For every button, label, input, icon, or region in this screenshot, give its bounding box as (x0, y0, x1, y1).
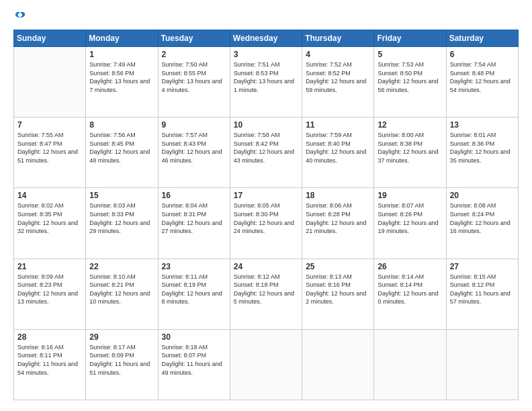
calendar-week-4: 21Sunrise: 8:09 AMSunset: 8:23 PMDayligh… (14, 259, 519, 329)
day-info: Sunrise: 8:07 AMSunset: 8:26 PMDaylight:… (378, 201, 442, 235)
day-number: 23 (162, 262, 226, 271)
day-number: 29 (89, 332, 154, 342)
logo-bird-icon (14, 11, 26, 23)
calendar-cell (374, 329, 446, 400)
day-info: Sunrise: 7:58 AMSunset: 8:42 PMDaylight:… (234, 131, 298, 165)
calendar-cell: 29Sunrise: 8:17 AMSunset: 8:09 PMDayligh… (86, 329, 158, 400)
day-info: Sunrise: 8:05 AMSunset: 8:30 PMDaylight:… (234, 201, 298, 235)
calendar-cell: 12Sunrise: 8:00 AMSunset: 8:38 PMDayligh… (374, 118, 446, 188)
calendar-week-2: 7Sunrise: 7:55 AMSunset: 8:47 PMDaylight… (14, 118, 519, 188)
day-number: 16 (162, 191, 226, 200)
calendar-cell (230, 329, 302, 400)
calendar-cell: 22Sunrise: 8:10 AMSunset: 8:21 PMDayligh… (86, 259, 158, 329)
day-info: Sunrise: 8:10 AMSunset: 8:21 PMDaylight:… (89, 273, 154, 306)
calendar-cell: 20Sunrise: 8:08 AMSunset: 8:24 PMDayligh… (446, 188, 518, 259)
day-info: Sunrise: 7:49 AMSunset: 8:56 PMDaylight:… (89, 60, 154, 94)
day-number: 27 (450, 262, 515, 271)
day-info: Sunrise: 8:14 AMSunset: 8:14 PMDaylight:… (378, 273, 442, 306)
day-number: 8 (89, 120, 154, 130)
calendar-week-5: 28Sunrise: 8:16 AMSunset: 8:11 PMDayligh… (14, 329, 519, 400)
calendar-cell: 6Sunrise: 7:54 AMSunset: 8:48 PMDaylight… (446, 47, 518, 118)
calendar-cell: 19Sunrise: 8:07 AMSunset: 8:26 PMDayligh… (374, 188, 446, 259)
day-info: Sunrise: 8:01 AMSunset: 8:36 PMDaylight:… (450, 131, 515, 165)
day-number: 28 (17, 332, 82, 342)
day-number: 6 (450, 50, 515, 59)
calendar-week-1: 1Sunrise: 7:49 AMSunset: 8:56 PMDaylight… (14, 47, 519, 118)
calendar-cell: 16Sunrise: 8:04 AMSunset: 8:31 PMDayligh… (158, 188, 230, 259)
calendar-cell: 25Sunrise: 8:13 AMSunset: 8:16 PMDayligh… (302, 259, 374, 329)
calendar-cell: 26Sunrise: 8:14 AMSunset: 8:14 PMDayligh… (374, 259, 446, 329)
day-info: Sunrise: 7:55 AMSunset: 8:47 PMDaylight:… (17, 131, 82, 165)
calendar-cell: 3Sunrise: 7:51 AMSunset: 8:53 PMDaylight… (230, 47, 302, 118)
weekday-header-sunday: Sunday (14, 30, 86, 47)
day-number: 19 (378, 191, 442, 200)
day-info: Sunrise: 8:04 AMSunset: 8:31 PMDaylight:… (162, 201, 226, 235)
day-number: 20 (450, 191, 515, 200)
day-info: Sunrise: 8:08 AMSunset: 8:24 PMDaylight:… (450, 201, 515, 235)
day-number: 30 (162, 332, 226, 342)
calendar-cell: 8Sunrise: 7:56 AMSunset: 8:45 PMDaylight… (86, 118, 158, 188)
day-number: 26 (378, 262, 442, 271)
calendar-week-3: 14Sunrise: 8:02 AMSunset: 8:35 PMDayligh… (14, 188, 519, 259)
weekday-header-friday: Friday (374, 30, 446, 47)
calendar-cell: 17Sunrise: 8:05 AMSunset: 8:30 PMDayligh… (230, 188, 302, 259)
calendar-cell: 9Sunrise: 7:57 AMSunset: 8:43 PMDaylight… (158, 118, 230, 188)
day-info: Sunrise: 8:12 AMSunset: 8:18 PMDaylight:… (234, 273, 298, 306)
day-number: 5 (378, 50, 442, 59)
calendar-cell: 30Sunrise: 8:18 AMSunset: 8:07 PMDayligh… (158, 329, 230, 400)
calendar-cell: 15Sunrise: 8:03 AMSunset: 8:33 PMDayligh… (86, 188, 158, 259)
logo (13, 11, 26, 23)
day-info: Sunrise: 7:50 AMSunset: 8:55 PMDaylight:… (162, 60, 226, 94)
calendar-cell: 2Sunrise: 7:50 AMSunset: 8:55 PMDaylight… (158, 47, 230, 118)
day-number: 25 (306, 262, 370, 271)
day-info: Sunrise: 8:16 AMSunset: 8:11 PMDaylight:… (17, 343, 82, 377)
day-number: 11 (306, 120, 370, 130)
day-info: Sunrise: 7:51 AMSunset: 8:53 PMDaylight:… (234, 60, 298, 94)
calendar-cell: 4Sunrise: 7:52 AMSunset: 8:52 PMDaylight… (302, 47, 374, 118)
day-number: 1 (89, 50, 154, 59)
calendar-cell: 21Sunrise: 8:09 AMSunset: 8:23 PMDayligh… (14, 259, 86, 329)
calendar-cell: 18Sunrise: 8:06 AMSunset: 8:28 PMDayligh… (302, 188, 374, 259)
day-info: Sunrise: 8:15 AMSunset: 8:12 PMDaylight:… (450, 273, 515, 306)
calendar-cell: 1Sunrise: 7:49 AMSunset: 8:56 PMDaylight… (86, 47, 158, 118)
day-info: Sunrise: 7:52 AMSunset: 8:52 PMDaylight:… (306, 60, 370, 94)
day-number: 22 (89, 262, 154, 271)
day-number: 2 (162, 50, 226, 59)
calendar-cell: 10Sunrise: 7:58 AMSunset: 8:42 PMDayligh… (230, 118, 302, 188)
day-info: Sunrise: 7:59 AMSunset: 8:40 PMDaylight:… (306, 131, 370, 165)
day-info: Sunrise: 8:13 AMSunset: 8:16 PMDaylight:… (306, 273, 370, 306)
day-number: 7 (17, 120, 82, 130)
day-info: Sunrise: 7:56 AMSunset: 8:45 PMDaylight:… (89, 131, 154, 165)
calendar-cell: 23Sunrise: 8:11 AMSunset: 8:19 PMDayligh… (158, 259, 230, 329)
weekday-header-monday: Monday (86, 30, 158, 47)
day-info: Sunrise: 8:03 AMSunset: 8:33 PMDaylight:… (89, 201, 154, 235)
calendar-cell: 13Sunrise: 8:01 AMSunset: 8:36 PMDayligh… (446, 118, 518, 188)
day-info: Sunrise: 7:54 AMSunset: 8:48 PMDaylight:… (450, 60, 515, 94)
day-info: Sunrise: 8:00 AMSunset: 8:38 PMDaylight:… (378, 131, 442, 165)
day-number: 17 (234, 191, 298, 200)
header (13, 11, 519, 23)
day-info: Sunrise: 7:53 AMSunset: 8:50 PMDaylight:… (378, 60, 442, 94)
day-number: 24 (234, 262, 298, 271)
weekday-header-row: SundayMondayTuesdayWednesdayThursdayFrid… (14, 30, 519, 47)
day-info: Sunrise: 8:02 AMSunset: 8:35 PMDaylight:… (17, 201, 82, 235)
day-number: 18 (306, 191, 370, 200)
day-number: 12 (378, 120, 442, 130)
day-number: 13 (450, 120, 515, 130)
calendar-cell: 7Sunrise: 7:55 AMSunset: 8:47 PMDaylight… (14, 118, 86, 188)
day-info: Sunrise: 7:57 AMSunset: 8:43 PMDaylight:… (162, 131, 226, 165)
day-number: 4 (306, 50, 370, 59)
calendar-cell: 27Sunrise: 8:15 AMSunset: 8:12 PMDayligh… (446, 259, 518, 329)
day-number: 15 (89, 191, 154, 200)
day-number: 9 (162, 120, 226, 130)
calendar-cell (446, 329, 518, 400)
calendar-cell (302, 329, 374, 400)
calendar-cell: 14Sunrise: 8:02 AMSunset: 8:35 PMDayligh… (14, 188, 86, 259)
day-info: Sunrise: 8:06 AMSunset: 8:28 PMDaylight:… (306, 201, 370, 235)
calendar-cell: 24Sunrise: 8:12 AMSunset: 8:18 PMDayligh… (230, 259, 302, 329)
day-number: 3 (234, 50, 298, 59)
calendar-cell: 11Sunrise: 7:59 AMSunset: 8:40 PMDayligh… (302, 118, 374, 188)
day-number: 10 (234, 120, 298, 130)
calendar-table: SundayMondayTuesdayWednesdayThursdayFrid… (13, 30, 519, 400)
calendar-cell: 28Sunrise: 8:16 AMSunset: 8:11 PMDayligh… (14, 329, 86, 400)
